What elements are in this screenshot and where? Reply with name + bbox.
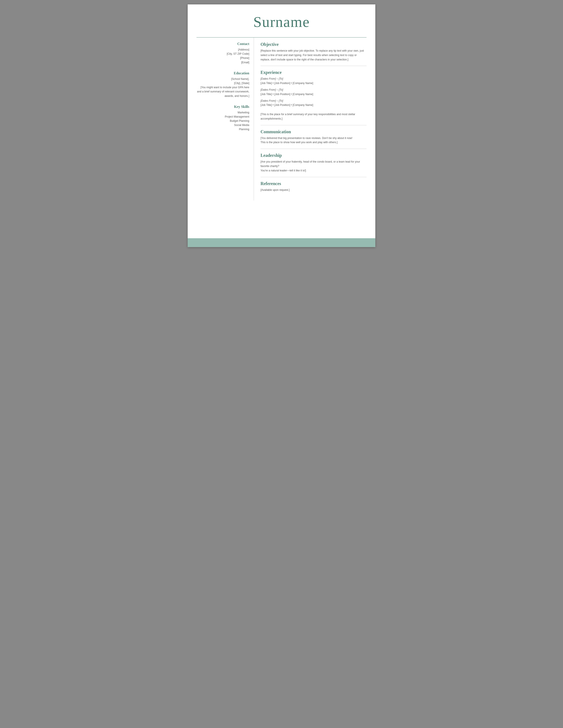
communication-title: Communication <box>260 129 367 134</box>
job-2-dates: [Dates From] – [To] <box>260 88 367 92</box>
leadership-line2: You're a natural leader—tell it like it … <box>260 169 306 172</box>
education-city-state: [City], [State] <box>234 82 249 85</box>
experience-summary: [This is the place for a brief summary o… <box>260 113 355 120</box>
communication-line2: This is the place to show how well you w… <box>260 141 338 144</box>
references-section: References [Available upon request.] <box>260 181 367 196</box>
leadership-line1: [Are you president of your fraternity, h… <box>260 160 360 168</box>
contact-phone: [Phone] <box>240 56 249 60</box>
communication-line1: [You delivered that big presentation to … <box>260 137 352 140</box>
contact-section: Contact [Address] [City, ST ZIP Code] [P… <box>196 42 249 65</box>
objective-title: Objective <box>260 42 367 47</box>
leadership-title: Leadership <box>260 153 367 158</box>
references-content: [Available upon request.] <box>260 188 367 192</box>
key-skills-content: Marketing Project Management Budget Plan… <box>196 111 249 132</box>
footer-bar <box>188 238 375 247</box>
contact-city-state-zip: [City, ST ZIP Code] <box>227 52 249 55</box>
left-column: Contact [Address] [City, ST ZIP Code] [P… <box>196 38 254 201</box>
objective-section: Objective [Replace this sentence with yo… <box>260 42 367 66</box>
contact-email: [Email] <box>241 61 249 64</box>
education-content: [School Name], [City], [State] [You migh… <box>196 77 249 98</box>
resume-page: Surname Contact [Address] [City, ST ZIP … <box>188 4 375 247</box>
right-column: Objective [Replace this sentence with yo… <box>254 38 367 201</box>
job-3-dates: [Dates From] – [To] <box>260 99 367 103</box>
surname: Surname <box>201 13 362 31</box>
key-skills-title: Key Skills <box>196 105 249 109</box>
skill-1: Marketing <box>237 111 249 114</box>
leadership-content: [Are you president of your fraternity, h… <box>260 160 367 173</box>
experience-section: Experience [Dates From] – [To] [Job Titl… <box>260 70 367 125</box>
education-school: [School Name], <box>231 77 249 81</box>
job-1-dates: [Dates From] – [To] <box>260 77 367 81</box>
job-2-position: [Job Title] • [Job Position] • [Company … <box>260 92 367 97</box>
communication-content: [You delivered that big presentation to … <box>260 136 367 145</box>
key-skills-section: Key Skills Marketing Project Management … <box>196 105 249 132</box>
references-title: References <box>260 181 367 186</box>
objective-content: [Replace this sentence with your job obj… <box>260 49 367 62</box>
education-gpa-note: [You might want to include your GPA here… <box>197 86 249 97</box>
contact-content: [Address] [City, ST ZIP Code] [Phone] [E… <box>196 48 249 65</box>
skill-2: Project Management <box>225 115 249 118</box>
education-title: Education <box>196 71 249 75</box>
main-content: Contact [Address] [City, ST ZIP Code] [P… <box>188 38 375 201</box>
skill-5: Planning <box>239 128 249 131</box>
experience-title: Experience <box>260 70 367 75</box>
job-1-position: [Job Title] • [Job Position] • [Company … <box>260 81 367 86</box>
communication-section: Communication [You delivered that big pr… <box>260 129 367 149</box>
skill-4: Social Media <box>234 124 249 127</box>
contact-address: [Address] <box>238 48 249 51</box>
skill-3: Budget Planning <box>230 119 249 122</box>
leadership-section: Leadership [Are you president of your fr… <box>260 153 367 177</box>
experience-content: [Dates From] – [To] [Job Title] • [Job P… <box>260 77 367 121</box>
education-section: Education [School Name], [City], [State]… <box>196 71 249 98</box>
contact-title: Contact <box>196 42 249 46</box>
header: Surname <box>188 4 375 35</box>
job-3-position: [Job Title] • [Job Position] • [Company … <box>260 103 367 107</box>
